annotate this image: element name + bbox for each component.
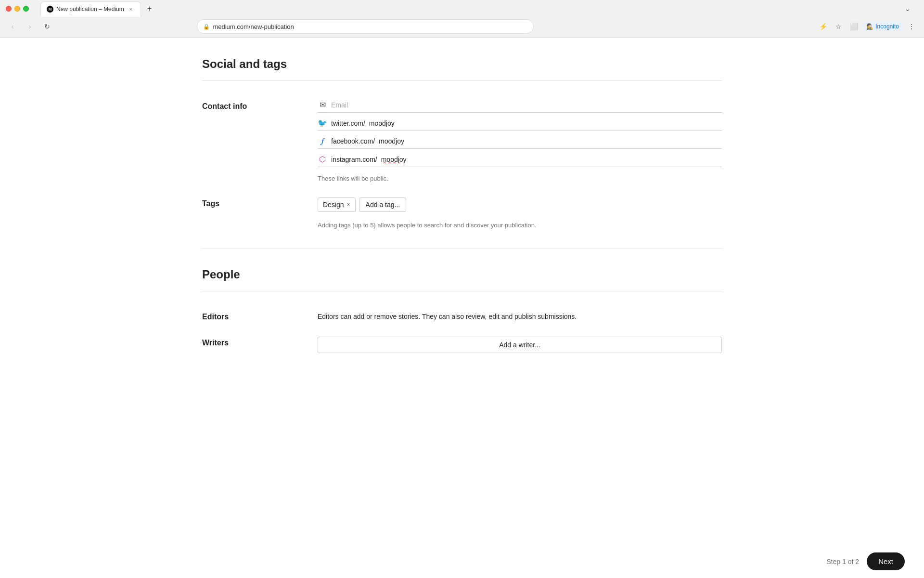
tab-overflow-button[interactable]: ⌄	[903, 3, 912, 14]
profile-label: Incognito	[875, 23, 899, 30]
design-tag[interactable]: Design ×	[318, 197, 356, 212]
title-bar: M New publication – Medium × + ⌄	[0, 0, 924, 17]
tab-title: New publication – Medium	[56, 6, 124, 13]
forward-button[interactable]: ›	[23, 20, 37, 33]
contact-info-fields: ✉ 🐦 twitter.com/ 𝒇 facebook.com/ ⬡ insta…	[318, 100, 722, 182]
maximize-window-button[interactable]	[23, 6, 29, 12]
traffic-lights	[6, 6, 29, 12]
browser-actions: ⚡ ☆ ⬜ 🕵 Incognito ⋮	[816, 20, 918, 33]
facebook-input[interactable]	[379, 137, 475, 145]
section-divider	[202, 248, 722, 249]
editors-fields: Editors can add or remove stories. They …	[318, 311, 722, 321]
tags-container: Design × Add a tag...	[318, 197, 722, 212]
tab-close-button[interactable]: ×	[127, 5, 135, 13]
url-bar[interactable]: 🔒 medium.com/new-publication	[197, 19, 534, 34]
email-field-row: ✉	[318, 100, 722, 113]
tab-favicon: M	[47, 6, 53, 13]
design-tag-remove[interactable]: ×	[347, 201, 350, 208]
split-screen-button[interactable]: ⬜	[847, 20, 860, 33]
profile-button[interactable]: 🕵 Incognito	[862, 22, 903, 31]
add-writer-label: Add a writer...	[499, 341, 540, 349]
facebook-field-row: 𝒇 facebook.com/	[318, 137, 722, 149]
extensions-button[interactable]: ⚡	[816, 20, 830, 33]
tags-fields: Design × Add a tag... Adding tags (up to…	[318, 197, 722, 229]
tags-row: Tags Design × Add a tag... Adding tags (…	[202, 197, 722, 229]
instagram-prefix: instagram.com/	[331, 156, 377, 163]
editors-label: Editors	[202, 311, 298, 321]
address-bar: ‹ › ↻ 🔒 medium.com/new-publication ⚡ ☆ ⬜…	[0, 17, 924, 38]
contact-info-label: Contact info	[202, 100, 298, 182]
menu-button[interactable]: ⋮	[905, 20, 918, 33]
tags-label: Tags	[202, 197, 298, 229]
public-note: These links will be public.	[318, 175, 722, 182]
browser-chrome: M New publication – Medium × + ⌄ ‹ › ↻ 🔒…	[0, 0, 924, 38]
people-section-title: People	[202, 268, 722, 291]
twitter-input[interactable]	[369, 119, 465, 127]
incognito-icon: 🕵	[866, 23, 873, 30]
email-icon: ✉	[318, 100, 327, 109]
twitter-field-row: 🐦 twitter.com/	[318, 118, 722, 131]
writers-fields: Add a writer...	[318, 337, 722, 353]
tabs-bar: M New publication – Medium × + ⌄	[35, 1, 918, 16]
refresh-button[interactable]: ↻	[40, 20, 54, 33]
writers-label: Writers	[202, 337, 298, 353]
design-tag-label: Design	[323, 201, 344, 209]
add-writer-button[interactable]: Add a writer...	[318, 337, 722, 353]
social-section-title: Social and tags	[202, 57, 722, 81]
active-tab[interactable]: M New publication – Medium ×	[40, 1, 141, 17]
page-content: Social and tags Contact info ✉ 🐦 twitter…	[173, 38, 751, 388]
url-text: medium.com/new-publication	[213, 23, 527, 30]
instagram-field-row: ⬡ instagram.com/	[318, 155, 722, 167]
back-button[interactable]: ‹	[6, 20, 19, 33]
instagram-icon: ⬡	[318, 155, 327, 164]
editors-row: Editors Editors can add or remove storie…	[202, 311, 722, 321]
lock-icon: 🔒	[203, 24, 210, 30]
tags-note: Adding tags (up to 5) allows people to s…	[318, 222, 722, 229]
bookmark-button[interactable]: ☆	[832, 20, 845, 33]
editors-description: Editors can add or remove stories. They …	[318, 311, 722, 320]
minimize-window-button[interactable]	[14, 6, 20, 12]
facebook-icon: 𝒇	[318, 137, 327, 145]
add-tag-button[interactable]: Add a tag...	[359, 197, 407, 212]
contact-info-row: Contact info ✉ 🐦 twitter.com/ 𝒇 facebook…	[202, 100, 722, 182]
new-tab-button[interactable]: +	[143, 2, 156, 15]
twitter-icon: 🐦	[318, 118, 327, 128]
facebook-prefix: facebook.com/	[331, 137, 375, 145]
writers-row: Writers Add a writer...	[202, 337, 722, 353]
close-window-button[interactable]	[6, 6, 12, 12]
add-tag-label: Add a tag...	[366, 201, 400, 209]
instagram-input[interactable]	[381, 156, 477, 163]
twitter-prefix: twitter.com/	[331, 119, 365, 127]
email-input[interactable]	[331, 101, 466, 109]
